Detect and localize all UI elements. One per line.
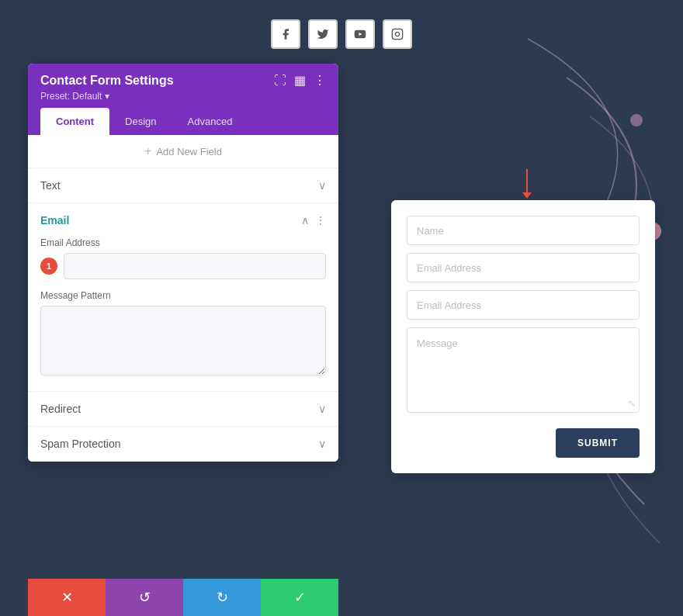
panel-title: Contact Form Settings	[40, 74, 174, 88]
email-section-actions: ∧ ⋮	[301, 214, 326, 227]
spam-chevron-icon: ∨	[318, 438, 326, 450]
submit-button[interactable]: SUBMIT	[556, 428, 640, 458]
email-address-input[interactable]	[64, 253, 326, 279]
email-section-header[interactable]: Email ∧ ⋮	[28, 203, 338, 237]
add-field-area: + Add New Field	[28, 135, 338, 168]
redirect-section-header[interactable]: Redirect ∨	[28, 392, 338, 426]
columns-icon[interactable]: ▦	[294, 73, 306, 88]
arrow-line	[526, 169, 528, 192]
email-options-icon[interactable]: ⋮	[315, 214, 326, 227]
badge-number: 1	[40, 258, 57, 275]
email-section: Email ∧ ⋮ Email Address 1 Message Patter…	[28, 203, 338, 392]
message-pattern-label: Message Pattern	[40, 290, 326, 301]
panel-body: + Add New Field Text ∨ Email ∧ ⋮ Email A…	[28, 135, 338, 462]
arrow-indicator	[522, 169, 532, 199]
message-pattern-textarea[interactable]	[40, 306, 326, 375]
undo-button[interactable]: ↺	[106, 579, 183, 616]
text-section-title: Text	[40, 179, 61, 192]
save-button[interactable]: ✓	[261, 579, 338, 616]
tab-content[interactable]: Content	[40, 108, 109, 135]
email-field-preview-1: Email Address	[407, 253, 640, 282]
redo-button[interactable]: ↻	[183, 579, 261, 616]
tab-advanced[interactable]: Advanced	[172, 108, 248, 135]
redirect-chevron-icon: ∨	[318, 403, 326, 415]
instagram-icon[interactable]	[383, 19, 412, 49]
panel-header-icons: ⛶ ▦ ⋮	[274, 73, 326, 88]
form-preview: Name Email Address Email Address Message…	[391, 200, 655, 473]
collapse-icon[interactable]: ∧	[301, 214, 309, 227]
email-field-preview-2: Email Address	[407, 290, 640, 320]
panel-header: Contact Form Settings ⛶ ▦ ⋮ Preset: Defa…	[28, 64, 338, 135]
panel-header-top: Contact Form Settings ⛶ ▦ ⋮	[40, 73, 326, 88]
social-bar	[271, 19, 412, 49]
email-address-label: Email Address	[40, 237, 326, 248]
svg-point-1	[630, 114, 643, 126]
spam-section-header[interactable]: Spam Protection ∨	[28, 427, 338, 461]
panel-tabs: Content Design Advanced	[40, 108, 326, 135]
tab-design[interactable]: Design	[109, 108, 172, 135]
email-address-row: 1	[40, 253, 326, 279]
fullscreen-icon[interactable]: ⛶	[274, 74, 286, 88]
name-field-preview: Name	[407, 216, 640, 245]
spam-section-title: Spam Protection	[40, 438, 121, 450]
text-chevron-icon: ∨	[318, 179, 326, 192]
text-section-header[interactable]: Text ∨	[28, 168, 338, 202]
close-button[interactable]: ✕	[28, 579, 106, 616]
plus-icon: +	[144, 144, 151, 158]
twitter-icon[interactable]	[308, 19, 338, 49]
text-section: Text ∨	[28, 168, 338, 203]
email-section-title: Email	[40, 214, 69, 227]
facebook-icon[interactable]	[271, 19, 300, 49]
redirect-section-title: Redirect	[40, 403, 81, 415]
message-field-preview: Message ⤡	[407, 327, 640, 413]
more-icon[interactable]: ⋮	[314, 73, 326, 88]
resize-handle-icon: ⤡	[628, 398, 636, 409]
redirect-section: Redirect ∨	[28, 392, 338, 427]
panel-preset[interactable]: Preset: Default ▾	[40, 91, 326, 102]
settings-panel: Contact Form Settings ⛶ ▦ ⋮ Preset: Defa…	[28, 64, 338, 462]
bottom-toolbar: ✕ ↺ ↻ ✓	[28, 579, 338, 616]
youtube-icon[interactable]	[345, 19, 375, 49]
svg-rect-3	[392, 29, 402, 39]
arrow-head	[522, 192, 532, 199]
add-new-field-button[interactable]: + Add New Field	[144, 144, 222, 158]
email-section-body: Email Address 1 Message Pattern	[28, 237, 338, 391]
spam-section: Spam Protection ∨	[28, 427, 338, 462]
